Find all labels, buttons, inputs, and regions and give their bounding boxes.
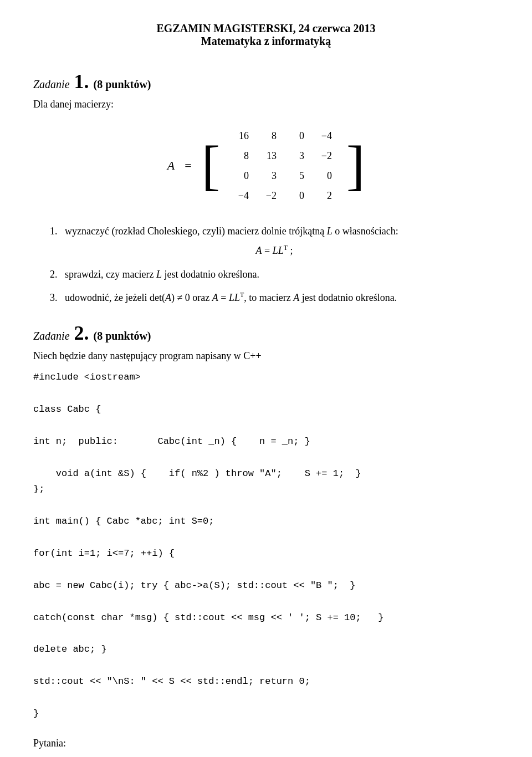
- pytania-label: Pytania:: [33, 738, 66, 749]
- matrix-cell-r0c1: 8: [272, 126, 283, 146]
- item1-formula: A = LLT ;: [50, 243, 499, 259]
- zadanie1-points: (8 punktów): [94, 78, 151, 91]
- matrix-cell-r2c3: 0: [327, 166, 339, 186]
- code-block: #include <iostream> class Cabc { int n; …: [33, 370, 499, 722]
- bracket-left: [: [202, 121, 220, 210]
- matrix-cell-r1c0: 8: [244, 146, 255, 166]
- matrix-cell-r3c2: 0: [299, 186, 311, 206]
- bracket-right: ]: [346, 121, 365, 210]
- matrix-cell-r1c1: 13: [267, 146, 283, 166]
- item3-num: 3.: [50, 292, 63, 303]
- matrix-cell-r2c1: 3: [272, 166, 283, 186]
- zadanie2-header: Zadanie 2. (8 punktów): [33, 321, 499, 345]
- matrix-cell-r1c2: 3: [299, 146, 311, 166]
- item1-num: 1.: [50, 226, 63, 237]
- matrix-equals-sign: =: [185, 158, 191, 173]
- matrix-cell-r3c3: 2: [327, 186, 339, 206]
- page-title: EGZAMIN MAGISTERSKI, 24 czerwca 2013: [33, 22, 499, 35]
- matrix-cell-r2c2: 5: [299, 166, 311, 186]
- page-subtitle: Matematyka z informatyką: [33, 35, 499, 48]
- zadanie2-section: Zadanie 2. (8 punktów) Niech będzie dany…: [33, 321, 499, 722]
- zadanie1-item1: 1. wyznaczyć (rozkład Choleskiego, czyli…: [50, 223, 499, 259]
- item3-text: udowodnić, że jeżeli det(A) ≠ 0 oraz A =…: [65, 292, 397, 303]
- zadanie1-label: Zadanie: [33, 78, 70, 91]
- zadanie1-section: Zadanie 1. (8 punktów) Dla danej macierz…: [33, 70, 499, 306]
- matrix-label: A: [167, 158, 175, 173]
- pytania-section: Pytania:: [33, 738, 499, 749]
- zadanie1-intro: Dla danej macierzy:: [33, 99, 499, 110]
- zadanie1-item3: 3. udowodnić, że jeżeli det(A) ≠ 0 oraz …: [50, 290, 499, 306]
- matrix-cell-r1c3: −2: [321, 146, 339, 166]
- matrix-grid: 16 8 0 −4 8 13 3 −2 0 3 5 0 −4 −2 0 2: [228, 126, 339, 206]
- item2-text: sprawdzi, czy macierz L jest dodatnio ok…: [65, 269, 259, 280]
- page-header: EGZAMIN MAGISTERSKI, 24 czerwca 2013 Mat…: [33, 22, 499, 48]
- zadanie2-number: 2.: [74, 321, 89, 345]
- zadanie2-intro: Niech będzie dany następujący program na…: [33, 350, 499, 362]
- zadanie1-number: 1.: [74, 70, 89, 93]
- zadanie1-subitems: 1. wyznaczyć (rozkład Choleskiego, czyli…: [50, 223, 499, 306]
- item2-num: 2.: [50, 269, 63, 280]
- matrix-cell-r3c1: −2: [266, 186, 283, 206]
- matrix-cell-r2c0: 0: [244, 166, 255, 186]
- item1-text: wyznaczyć (rozkład Choleskiego, czyli) m…: [65, 226, 398, 237]
- zadanie2-points: (8 punktów): [94, 330, 151, 342]
- zadanie1-item2: 2. sprawdzi, czy macierz L jest dodatnio…: [50, 267, 499, 283]
- matrix-container: A = [ 16 8 0 −4 8 13 3 −2 0 3 5 0 −4 −2 …: [33, 121, 499, 210]
- matrix-cell-r3c0: −4: [238, 186, 255, 206]
- zadanie2-label: Zadanie: [33, 330, 70, 342]
- matrix-cell-r0c0: 16: [239, 126, 255, 146]
- matrix-cell-r0c3: −4: [321, 126, 339, 146]
- zadanie1-header: Zadanie 1. (8 punktów): [33, 70, 499, 93]
- matrix-cell-r0c2: 0: [299, 126, 311, 146]
